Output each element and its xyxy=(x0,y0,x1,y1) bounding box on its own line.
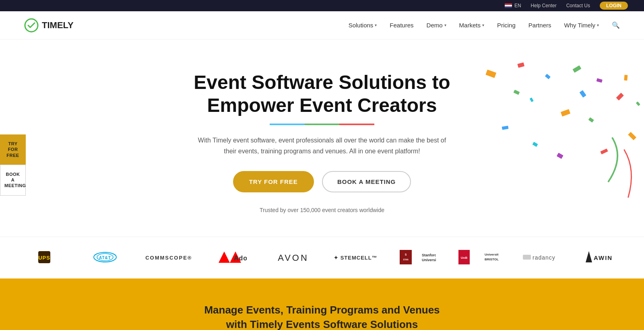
trusted-text: Trusted by over 150,000 event creators w… xyxy=(260,207,384,213)
brand-logo-radancy: radancy xyxy=(519,252,559,264)
yellow-section-title: Manage Events, Training Programs and Ven… xyxy=(80,303,564,330)
svg-text:S: S xyxy=(405,253,407,256)
nav-item-pricing[interactable]: Pricing xyxy=(497,22,516,29)
svg-rect-17 xyxy=(580,90,586,97)
brand-logo-bristol-text: UoB University of BRISTOL xyxy=(458,250,499,266)
contact-us-link[interactable]: Contact Us xyxy=(566,3,590,8)
book-meeting-button[interactable]: BOOK A MEETING xyxy=(322,171,411,192)
hero-title: Event Software Solutions to Empower Even… xyxy=(194,71,450,117)
nav-label-demo: Demo xyxy=(427,22,443,29)
side-buttons-container: TRY FOR FREE BOOK A MEETING xyxy=(0,134,26,196)
svg-marker-38 xyxy=(586,251,592,262)
svg-rect-8 xyxy=(561,109,570,116)
underline-blue xyxy=(270,124,305,125)
nav-link-why-timely[interactable]: Why Timely ▾ xyxy=(564,22,599,29)
svg-marker-24 xyxy=(219,252,230,263)
svg-text:Stanford: Stanford xyxy=(422,253,436,257)
underline-red xyxy=(339,124,374,125)
brand-logo-radancy-text: radancy xyxy=(523,252,555,264)
hero-section: Event Software Solutions to Empower Even… xyxy=(0,39,644,237)
brand-logo-stemcell: ✦ STEMCELL™ xyxy=(334,255,378,261)
logo-link[interactable]: TIMELY xyxy=(24,18,74,33)
navbar: TIMELY Solutions ▾ Features Demo ▾ Marke… xyxy=(0,11,644,39)
side-book-meeting-button[interactable]: BOOK A MEETING xyxy=(0,165,26,196)
adobe-logo-icon: Adobe xyxy=(219,252,247,263)
brand-logo-stanford: S STAN Stanford University xyxy=(398,250,438,266)
language-selector[interactable]: EN xyxy=(505,3,521,8)
underline-green xyxy=(305,124,340,125)
svg-text:Adobe: Adobe xyxy=(234,255,247,262)
login-button[interactable]: LOGIN xyxy=(600,2,628,10)
try-for-free-button[interactable]: TRY FOR FREE xyxy=(233,171,314,192)
nav-item-solutions[interactable]: Solutions ▾ xyxy=(349,22,377,29)
bristol-logo-icon: UoB University of BRISTOL xyxy=(458,250,499,264)
svg-rect-11 xyxy=(624,75,627,80)
nav-item-partners[interactable]: Partners xyxy=(528,22,551,29)
brand-logo-att-text: AT&T xyxy=(93,251,117,264)
brand-logo-bristol: UoB University of BRISTOL xyxy=(458,250,499,266)
brand-logo-att: AT&T xyxy=(85,251,125,264)
hero-buttons: TRY FOR FREE BOOK A MEETING xyxy=(233,171,411,192)
nav-label-pricing: Pricing xyxy=(497,22,516,29)
radancy-logo-icon: radancy xyxy=(523,252,555,263)
logos-bar: UPS AT&T COMMSCOPE® Adobe AVON ✦ STEMCEL… xyxy=(0,237,644,278)
svg-rect-6 xyxy=(616,93,624,100)
nav-label-why-timely: Why Timely xyxy=(564,22,595,29)
svg-rect-13 xyxy=(600,148,608,155)
chevron-down-icon: ▾ xyxy=(444,23,446,27)
brand-logo-commscope: COMMSCOPE® xyxy=(145,255,192,261)
svg-rect-16 xyxy=(628,132,636,140)
top-bar: EN Help Center Contact Us LOGIN xyxy=(0,0,644,11)
svg-rect-14 xyxy=(557,153,564,159)
brand-logo-commscope-text: COMMSCOPE® xyxy=(145,255,192,261)
nav-item-demo[interactable]: Demo ▾ xyxy=(427,22,446,29)
side-try-free-button[interactable]: TRY FOR FREE xyxy=(0,134,26,165)
chevron-down-icon: ▾ xyxy=(375,23,377,27)
brand-logo-avon-text: AVON xyxy=(278,253,309,263)
nav-item-markets[interactable]: Markets ▾ xyxy=(459,22,484,29)
nav-label-solutions: Solutions xyxy=(349,22,374,29)
flag-icon xyxy=(505,3,512,8)
svg-text:STAN: STAN xyxy=(403,258,409,261)
svg-text:AT&T: AT&T xyxy=(99,256,111,260)
nav-link-markets[interactable]: Markets ▾ xyxy=(459,22,484,29)
nav-links: Solutions ▾ Features Demo ▾ Markets ▾ Pr… xyxy=(349,21,620,29)
svg-text:BRISTOL: BRISTOL xyxy=(485,258,499,261)
stanford-logo-icon: S STAN Stanford University xyxy=(400,250,436,264)
svg-text:AWIN: AWIN xyxy=(594,254,613,261)
ups-logo-icon: UPS xyxy=(36,249,52,265)
svg-text:UPS: UPS xyxy=(38,255,50,261)
nav-link-pricing[interactable]: Pricing xyxy=(497,22,516,29)
brand-logo-awin: AWIN xyxy=(580,251,620,264)
hero-description: With Timely event software, event profes… xyxy=(197,135,447,157)
brand-logo-adobe-text: Adobe xyxy=(219,252,247,264)
nav-link-features[interactable]: Features xyxy=(390,22,413,29)
svg-rect-18 xyxy=(514,90,520,95)
help-center-link[interactable]: Help Center xyxy=(531,3,557,8)
svg-rect-15 xyxy=(532,142,538,147)
logo-icon xyxy=(24,18,39,33)
yellow-section: Manage Events, Training Programs and Ven… xyxy=(0,278,644,330)
language-label: EN xyxy=(514,3,521,8)
brand-logo-stemcell-text: ✦ STEMCELL™ xyxy=(334,255,378,261)
nav-item-why-timely[interactable]: Why Timely ▾ xyxy=(564,22,599,29)
logo-text: TIMELY xyxy=(42,20,74,31)
svg-rect-5 xyxy=(597,78,603,82)
brand-logo-ups: UPS xyxy=(24,249,64,266)
svg-rect-1 xyxy=(485,70,496,78)
nav-search[interactable]: 🔍 xyxy=(612,21,620,29)
search-icon[interactable]: 🔍 xyxy=(612,22,620,29)
nav-link-solutions[interactable]: Solutions ▾ xyxy=(349,22,377,29)
nav-link-demo[interactable]: Demo ▾ xyxy=(427,22,446,29)
svg-rect-3 xyxy=(545,74,551,79)
nav-item-features[interactable]: Features xyxy=(390,22,413,29)
hero-underline xyxy=(270,124,374,125)
nav-link-partners[interactable]: Partners xyxy=(528,22,551,29)
svg-rect-4 xyxy=(572,65,581,72)
svg-text:radancy: radancy xyxy=(533,254,555,261)
svg-rect-9 xyxy=(588,117,594,122)
svg-rect-10 xyxy=(502,126,509,130)
att-logo-icon: AT&T xyxy=(93,251,117,263)
svg-rect-2 xyxy=(517,62,524,68)
chevron-down-icon: ▾ xyxy=(482,23,484,27)
